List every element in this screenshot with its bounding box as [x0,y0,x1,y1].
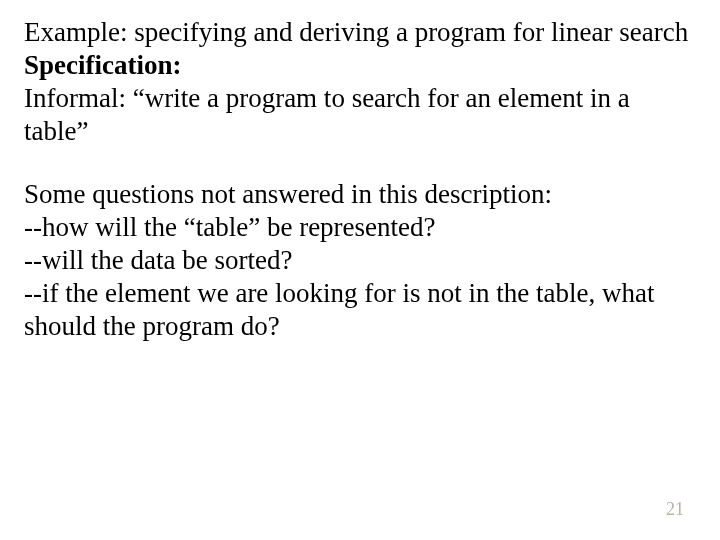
questions-block: Some questions not answered in this desc… [24,178,696,343]
specification-label: Specification: [24,49,696,82]
spacer [24,148,696,178]
question-3: --if the element we are looking for is n… [24,277,696,343]
intro-block: Example: specifying and deriving a progr… [24,16,696,148]
example-title: Example: specifying and deriving a progr… [24,16,696,49]
informal-spec: Informal: “write a program to search for… [24,82,696,148]
question-1: --how will the “table” be represented? [24,211,696,244]
page-number: 21 [666,499,684,520]
questions-intro: Some questions not answered in this desc… [24,178,696,211]
question-2: --will the data be sorted? [24,244,696,277]
slide: Example: specifying and deriving a progr… [0,0,720,540]
